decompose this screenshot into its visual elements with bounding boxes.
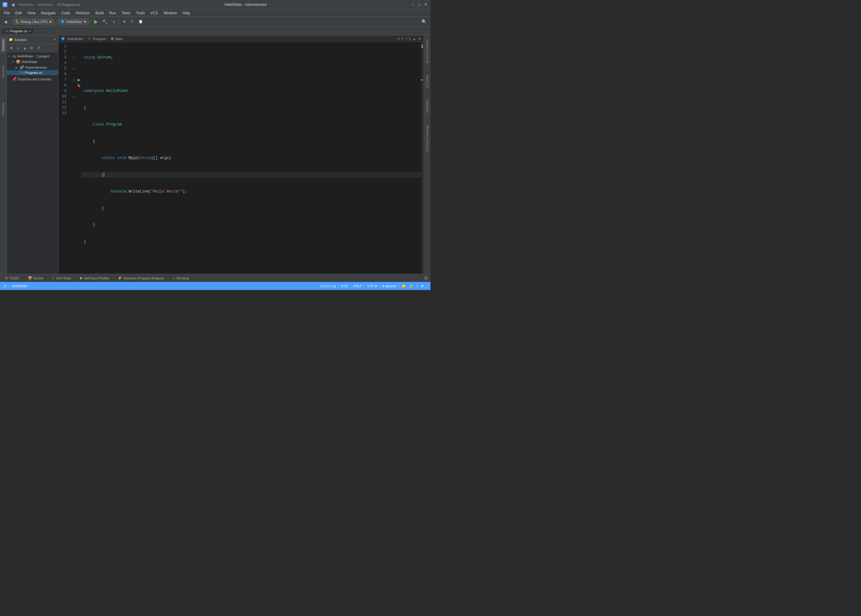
sidebar-tab-favorites[interactable]: Favorites bbox=[1, 100, 6, 118]
tree-item-solution[interactable]: ▼ 🗂 HelloRider · 1 project bbox=[7, 53, 58, 59]
menu-window[interactable]: Window bbox=[161, 10, 179, 16]
right-tab-unit-tests-coverage[interactable]: Unit Tests Coverage bbox=[425, 122, 430, 155]
action-6 bbox=[76, 71, 81, 77]
code-content[interactable]: using System; namespace HelloRider { cla… bbox=[81, 42, 421, 274]
panel-btn-new[interactable]: ⊕ bbox=[8, 45, 14, 51]
run-button[interactable]: ▶ bbox=[93, 18, 99, 25]
project-config-dropdown[interactable]: 🔷 HelloRider ▼ bbox=[58, 19, 89, 25]
panel-btn-collapse-all[interactable]: ≡ bbox=[15, 45, 21, 51]
status-line-ending[interactable]: CRLF bbox=[353, 284, 362, 288]
status-sep5 bbox=[379, 284, 379, 288]
nav-back-button[interactable]: ◀ bbox=[9, 1, 16, 8]
window-title: HelloRider - Administrator bbox=[81, 3, 411, 7]
menu-file[interactable]: File bbox=[1, 10, 12, 16]
menu-tools[interactable]: Tools bbox=[134, 10, 147, 16]
sidebar-tab-explorer[interactable]: Explorer bbox=[1, 37, 6, 53]
bottom-tab-dynamic-analysis[interactable]: ⚡ Dynamic Program Analysis bbox=[115, 275, 167, 281]
minimize-button[interactable]: ─ bbox=[411, 2, 416, 7]
nav-btn-1[interactable]: ▲ bbox=[412, 37, 416, 41]
status-left: ⎇ HelloRider bbox=[3, 284, 317, 288]
right-tab-database[interactable]: Database bbox=[425, 97, 430, 115]
status-cursor-pos[interactable]: 8:10 bbox=[341, 284, 348, 288]
title-sep1: › bbox=[35, 3, 36, 6]
tab-close-icon[interactable]: ✕ bbox=[28, 30, 31, 33]
right-sidebar: Errors in Solution IL Viewer Database Un… bbox=[423, 35, 430, 274]
menu-refactor[interactable]: Refactor bbox=[73, 10, 92, 16]
center-content: 📁 Solution ▼ ⊕ ≡ ▲ ⚙ ✕ ▼ 🗂 HelloRider · … bbox=[7, 35, 430, 274]
status-event-log[interactable]: Event Log bbox=[321, 284, 336, 288]
menu-run[interactable]: Run bbox=[107, 10, 119, 16]
nav-method[interactable]: Main bbox=[115, 37, 123, 41]
bottom-tab-todo[interactable]: ☑ TODO bbox=[3, 275, 22, 281]
close-button[interactable]: ✕ bbox=[423, 2, 428, 7]
error-indicator[interactable]: ⚠ 1 bbox=[397, 37, 403, 41]
nav-class[interactable]: Program bbox=[93, 37, 106, 41]
fold-2 bbox=[71, 49, 76, 55]
ln-9: 9 bbox=[58, 88, 68, 94]
bottom-tab-unit-tests[interactable]: ✓ Unit Tests bbox=[49, 275, 73, 281]
menu-view[interactable]: View bbox=[25, 10, 38, 16]
toolbar-btn-1[interactable]: ⊕ bbox=[121, 19, 127, 25]
nav-sep2: › bbox=[108, 37, 109, 41]
tree-item-scratches[interactable]: ▶ 📌 Scratches and Consoles bbox=[7, 76, 58, 82]
panel-btn-settings[interactable]: ⚙ bbox=[28, 45, 35, 51]
search-button[interactable]: 🔍 bbox=[420, 18, 429, 25]
menu-vcs[interactable]: VCS bbox=[148, 10, 161, 16]
status-git-icon[interactable]: ⎇ bbox=[3, 284, 6, 288]
fold-11 bbox=[71, 99, 76, 105]
power-icon[interactable]: ⚡ bbox=[409, 284, 413, 288]
menu-build[interactable]: Build bbox=[93, 10, 106, 16]
sidebar-tab-structure[interactable]: Structure bbox=[1, 63, 6, 81]
upload-icon[interactable]: ↑ bbox=[427, 284, 428, 288]
stop-button[interactable]: ■ bbox=[110, 18, 117, 25]
notification-icon[interactable]: 🔔 bbox=[401, 284, 406, 288]
code-line-3: namespace HelloRider bbox=[81, 88, 421, 94]
right-tab-errors[interactable]: Errors in Solution bbox=[425, 37, 430, 66]
toolbar-btn-3[interactable]: 📋 bbox=[137, 19, 145, 25]
status-project[interactable]: HelloRider bbox=[12, 284, 28, 288]
action-8[interactable]: 🔖 bbox=[76, 83, 81, 88]
menu-help[interactable]: Help bbox=[180, 10, 192, 16]
debug-config-dropdown[interactable]: 🐛 Debug | Any CPU ▼ bbox=[13, 19, 54, 25]
tree-item-project[interactable]: ▼ 📦 HelloRider bbox=[7, 59, 58, 64]
status-indent[interactable]: 4 spaces bbox=[382, 284, 396, 288]
action-7[interactable]: ▶ bbox=[76, 77, 81, 83]
build-button[interactable]: 🔨 bbox=[100, 18, 109, 25]
code-editor[interactable]: 1 2 3 4 5 6 7 8 9 10 11 12 13 bbox=[58, 42, 423, 274]
menu-tests[interactable]: Tests bbox=[119, 10, 133, 16]
warning-indicator[interactable]: ✓ 1 bbox=[405, 37, 411, 41]
nav-project[interactable]: HelloRider bbox=[67, 37, 83, 41]
fold-5: ⊟ bbox=[71, 66, 76, 71]
nav-btn-2[interactable]: ▼ bbox=[418, 37, 421, 41]
bottom-tab-dottrace[interactable]: ◉ dotTrace Profiler bbox=[77, 275, 112, 281]
tree-label-dependencies: Dependencies bbox=[25, 66, 47, 69]
panel-btn-expand[interactable]: ▲ bbox=[22, 45, 28, 51]
tree-item-dependencies[interactable]: ▶ 🔗 Dependencies bbox=[7, 64, 58, 70]
tree-arrow-project: ▼ bbox=[12, 61, 15, 63]
solution-dropdown-arrow[interactable]: ▼ bbox=[53, 38, 56, 41]
maximize-button[interactable]: □ bbox=[417, 2, 422, 7]
right-tab-il[interactable]: IL Viewer bbox=[425, 72, 430, 90]
code-line-9: Console.WriteLine("Hello World!"); bbox=[81, 189, 421, 194]
action-12 bbox=[76, 105, 81, 110]
toolbar-btn-2[interactable]: ⟳ bbox=[129, 19, 135, 25]
tree-item-program-cs[interactable]: ▶ C# Program.cs bbox=[7, 70, 58, 75]
unit-tests-label: Unit Tests bbox=[56, 277, 71, 280]
dottrace-icon: ◉ bbox=[80, 276, 83, 280]
tab-program-cs[interactable]: C# Program.cs ✕ bbox=[2, 28, 34, 33]
menu-navigate[interactable]: Navigate bbox=[38, 10, 58, 16]
dynamic-analysis-label: Dynamic Program Analysis bbox=[123, 277, 164, 280]
settings-status-icon[interactable]: ⚙ bbox=[421, 284, 424, 288]
solution-title: Solution bbox=[14, 38, 52, 42]
menu-edit[interactable]: Edit bbox=[13, 10, 24, 16]
toolbar-back-button[interactable]: ◀ bbox=[2, 18, 9, 25]
editor-scrollbar[interactable] bbox=[421, 42, 423, 274]
solution-label: 📁 bbox=[9, 38, 13, 42]
bottom-tab-nuget[interactable]: 📦 NuGet bbox=[25, 275, 46, 281]
panel-btn-close[interactable]: ✕ bbox=[35, 45, 42, 51]
toolbar-sep3 bbox=[91, 19, 91, 25]
project-icon: 📦 bbox=[16, 60, 20, 64]
bottom-tab-terminal[interactable]: > Terminal bbox=[170, 276, 192, 281]
status-encoding[interactable]: UTF-8 bbox=[367, 284, 377, 288]
menu-code[interactable]: Code bbox=[59, 10, 73, 16]
